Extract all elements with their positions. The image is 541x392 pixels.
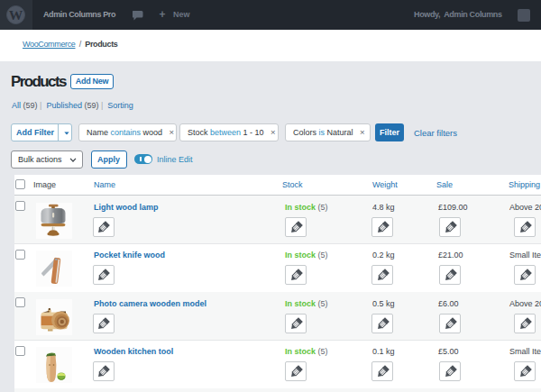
- svg-text:W: W: [9, 7, 23, 23]
